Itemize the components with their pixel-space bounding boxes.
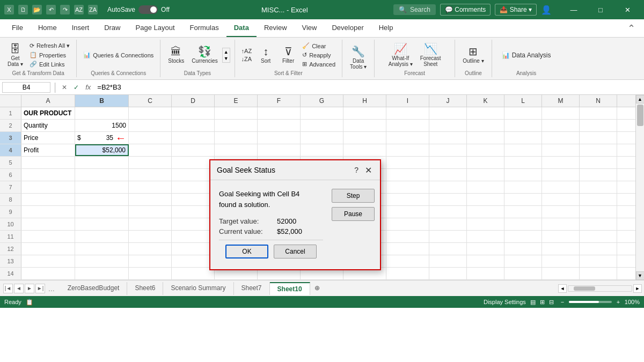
- cell-l5[interactable]: [504, 157, 542, 168]
- properties-btn[interactable]: 📋 Properties: [27, 51, 72, 59]
- cell-m11[interactable]: [542, 231, 580, 242]
- cell-j5[interactable]: [429, 157, 467, 168]
- cell-m1[interactable]: [542, 107, 580, 119]
- sheet-prev-btn[interactable]: ◄: [14, 284, 24, 293]
- cell-k9[interactable]: [467, 206, 504, 218]
- cell-a8[interactable]: [21, 194, 75, 205]
- cell-a11[interactable]: [21, 231, 75, 242]
- cell-m7[interactable]: [542, 181, 580, 193]
- cell-k8[interactable]: [467, 194, 504, 205]
- cell-n5[interactable]: [580, 157, 617, 168]
- cell-j4[interactable]: [429, 144, 467, 156]
- view-normal-icon[interactable]: ▤: [530, 299, 536, 306]
- share-btn[interactable]: 📤 Share ▾: [495, 4, 537, 16]
- cell-c13[interactable]: [129, 255, 172, 267]
- cell-b12[interactable]: [75, 243, 129, 255]
- display-settings-label[interactable]: Display Settings: [484, 299, 526, 305]
- cell-m4[interactable]: [542, 144, 580, 156]
- col-header-d[interactable]: D: [172, 95, 215, 107]
- cell-m6[interactable]: [542, 169, 580, 181]
- zoom-bar[interactable]: [569, 301, 612, 303]
- cell-j10[interactable]: [429, 218, 467, 230]
- cell-d14[interactable]: [172, 268, 215, 279]
- filter-btn[interactable]: ⊽ Filter: [277, 44, 299, 66]
- cell-m13[interactable]: [542, 255, 580, 267]
- cell-b13[interactable]: [75, 255, 129, 267]
- close-btn[interactable]: ✕: [615, 0, 640, 19]
- outline-btn[interactable]: ⊞ Outline ▾: [459, 44, 487, 66]
- cell-m8[interactable]: [542, 194, 580, 205]
- cell-l8[interactable]: [504, 194, 542, 205]
- cell-a7[interactable]: [21, 181, 75, 193]
- col-header-c[interactable]: C: [129, 95, 172, 107]
- col-header-j[interactable]: J: [429, 95, 467, 107]
- sheet-tab-sheet6[interactable]: Sheet6: [127, 282, 163, 295]
- col-header-b[interactable]: B: [75, 95, 129, 107]
- cell-k7[interactable]: [467, 181, 504, 193]
- hscroll-thumb[interactable]: [574, 286, 595, 291]
- sort-az-icon[interactable]: AZ: [74, 5, 84, 14]
- cell-b11[interactable]: [75, 231, 129, 242]
- cell-a4[interactable]: Profit: [21, 144, 75, 156]
- cell-e3[interactable]: [215, 132, 258, 144]
- cell-f1[interactable]: [258, 107, 301, 119]
- cell-a1[interactable]: OUR PRODUCT: [21, 107, 75, 119]
- cell-a9[interactable]: [21, 206, 75, 218]
- cancel-formula-icon[interactable]: ✕: [60, 83, 69, 92]
- cell-c3[interactable]: [129, 132, 172, 144]
- cell-n13[interactable]: [580, 255, 617, 267]
- cell-i13[interactable]: [386, 255, 429, 267]
- cell-i2[interactable]: [386, 120, 429, 131]
- forecast-sheet-btn[interactable]: 📉 ForecastSheet: [417, 41, 444, 69]
- cell-i8[interactable]: [386, 194, 429, 205]
- cell-a10[interactable]: [21, 218, 75, 230]
- cell-j8[interactable]: [429, 194, 467, 205]
- cell-j9[interactable]: [429, 206, 467, 218]
- cell-i7[interactable]: [386, 181, 429, 193]
- cell-b9[interactable]: [75, 206, 129, 218]
- data-tools-btn[interactable]: 🔧 DataTools ▾: [347, 44, 370, 72]
- cell-j11[interactable]: [429, 231, 467, 242]
- zoom-plus-btn[interactable]: +: [614, 298, 623, 306]
- user-icon[interactable]: 👤: [541, 5, 552, 15]
- cell-j1[interactable]: [429, 107, 467, 119]
- dialog-close-icon[interactable]: ✕: [363, 165, 374, 175]
- cell-i10[interactable]: [386, 218, 429, 230]
- tab-formulas[interactable]: Formulas: [182, 19, 226, 37]
- cell-l7[interactable]: [504, 181, 542, 193]
- sheet-tab-sheet7[interactable]: Sheet7: [234, 282, 270, 295]
- cell-a14[interactable]: [21, 268, 75, 279]
- col-header-k[interactable]: K: [467, 95, 504, 107]
- cell-k6[interactable]: [467, 169, 504, 181]
- cell-m10[interactable]: [542, 218, 580, 230]
- cell-a13[interactable]: [21, 255, 75, 267]
- col-header-e[interactable]: E: [215, 95, 258, 107]
- cell-a3[interactable]: Price: [21, 132, 75, 144]
- col-header-g[interactable]: G: [301, 95, 343, 107]
- autosave-toggle[interactable]: [138, 5, 158, 14]
- cell-g1[interactable]: [301, 107, 343, 119]
- cell-d13[interactable]: [172, 255, 215, 267]
- cell-n9[interactable]: [580, 206, 617, 218]
- col-header-l[interactable]: L: [504, 95, 542, 107]
- scroll-track[interactable]: [636, 104, 644, 271]
- cell-n2[interactable]: [580, 120, 617, 131]
- sort-az-btn[interactable]: ↑AZ: [239, 47, 254, 55]
- cell-d7[interactable]: [172, 181, 215, 193]
- collapse-ribbon-btn[interactable]: ⌃: [623, 19, 640, 37]
- cell-e4[interactable]: [215, 144, 258, 156]
- tab-insert[interactable]: Insert: [64, 19, 97, 37]
- cell-c2[interactable]: [129, 120, 172, 131]
- cell-c9[interactable]: [129, 206, 172, 218]
- cell-n10[interactable]: [580, 218, 617, 230]
- confirm-formula-icon[interactable]: ✓: [71, 83, 81, 92]
- view-page-break-icon[interactable]: ⊟: [549, 299, 554, 306]
- hscroll-track[interactable]: [568, 285, 632, 292]
- cell-d5[interactable]: [172, 157, 215, 168]
- minimize-btn[interactable]: —: [561, 0, 586, 19]
- cell-f3[interactable]: [258, 132, 301, 144]
- cell-d6[interactable]: [172, 169, 215, 181]
- scroll-down-btn[interactable]: ▼: [636, 271, 645, 280]
- cell-k1[interactable]: [467, 107, 504, 119]
- cell-m3[interactable]: [542, 132, 580, 144]
